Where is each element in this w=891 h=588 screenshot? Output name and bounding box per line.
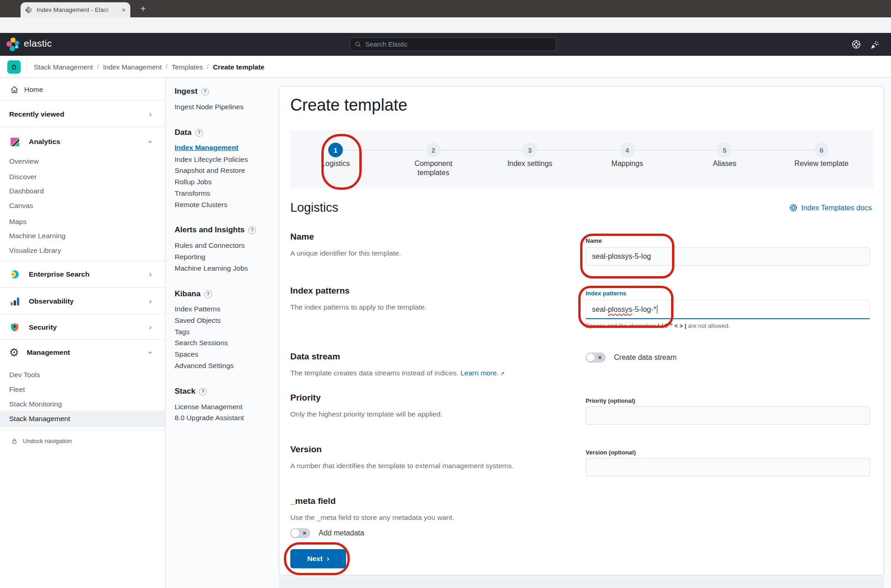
subnav-remote-clusters[interactable]: Remote Clusters — [175, 199, 227, 210]
subnav-machine-learning-jobs[interactable]: Machine Learning Jobs — [175, 263, 248, 274]
sidebar-group-analytics[interactable]: Analytics › — [0, 134, 165, 150]
docs-help-icon — [789, 203, 798, 212]
space-badge[interactable]: D — [7, 60, 21, 74]
sidebar-item-fleet[interactable]: Fleet — [9, 382, 25, 397]
question-icon[interactable]: ? — [195, 129, 203, 137]
step-wizard: 1 2 3 4 5 6 Logistics Component template… — [290, 130, 874, 188]
sidebar-group-observability[interactable]: Observability › — [0, 293, 165, 310]
toggle-label: Create data stream — [614, 353, 677, 362]
sidebar-item-canvas[interactable]: Canvas — [9, 198, 33, 213]
newsfeed-icon[interactable] — [870, 39, 880, 49]
subnav-saved-objects[interactable]: Saved Objects — [175, 315, 221, 326]
subnav-spaces[interactable]: Spaces — [175, 349, 198, 360]
subnav-index-management[interactable]: Index Management — [175, 142, 239, 153]
toggle-knob — [291, 529, 299, 537]
subnav-transforms[interactable]: Transforms — [175, 188, 210, 199]
name-field-label: Name — [586, 237, 602, 244]
next-button[interactable]: Next › — [290, 549, 346, 568]
card-footer-band — [279, 577, 884, 588]
sidebar-item-machine-learning[interactable]: Machine Learning — [9, 229, 65, 243]
subnav-section-title: Data — [175, 128, 192, 137]
undock-navigation[interactable]: Undock navigation — [0, 434, 165, 447]
sidebar-group-enterprise-search[interactable]: Enterprise Search › — [0, 266, 165, 283]
tab-favicon-elastic-icon — [25, 6, 33, 14]
name-input[interactable] — [586, 247, 870, 266]
new-tab-button[interactable]: + — [137, 3, 149, 15]
add-metadata-toggle-row: × Add metadata — [290, 528, 364, 538]
version-row-desc: A number that identifies the template to… — [290, 461, 514, 471]
breadcrumb-sep: / — [207, 63, 209, 70]
subnav-advanced-settings[interactable]: Advanced Settings — [175, 360, 234, 371]
patterns-row-title: Index patterns — [290, 286, 350, 296]
sidebar-item-label: Stack Management — [9, 415, 70, 423]
chevron-right-icon: › — [149, 110, 152, 119]
subnav-rollup-jobs[interactable]: Rollup Jobs — [175, 176, 212, 187]
subnav-reporting[interactable]: Reporting — [175, 251, 205, 262]
question-icon[interactable]: ? — [199, 388, 207, 396]
global-search[interactable] — [350, 37, 556, 51]
brand-name[interactable]: elastic — [24, 38, 52, 49]
sidebar-item-stack-monitoring[interactable]: Stack Monitoring — [9, 397, 62, 412]
question-icon[interactable]: ? — [204, 290, 212, 298]
subnav-rules-and-connectors[interactable]: Rules and Connectors — [175, 240, 245, 251]
patterns-field-label: Index patterns — [586, 290, 626, 297]
step-2-circle: 2 — [426, 143, 441, 157]
breadcrumb-templates[interactable]: Templates — [171, 63, 203, 71]
index-patterns-input[interactable]: seal-plossys-5-log-* — [586, 300, 870, 319]
security-icon — [9, 322, 20, 333]
sidebar-item-stack-management[interactable]: Stack Management — [0, 411, 165, 427]
subnav-snapshot-and-restore[interactable]: Snapshot and Restore — [175, 165, 245, 176]
text-caret — [657, 305, 658, 314]
breadcrumb-index-management[interactable]: Index Management — [103, 63, 161, 71]
sidebar-item-maps[interactable]: Maps — [9, 214, 27, 229]
step-1-circle[interactable]: 1 — [328, 143, 343, 157]
index-templates-docs-link[interactable]: Index Templates docs — [789, 203, 872, 212]
screen: Index Management - Elast × + ← → ⚠ Not s… — [0, 0, 891, 588]
browser-tabstrip: Index Management - Elast × + — [0, 0, 891, 17]
learn-more-link[interactable]: Learn more. — [460, 369, 499, 377]
sidebar-item-home[interactable]: Home — [0, 81, 165, 98]
subnav-index-patterns[interactable]: Index Patterns — [175, 304, 220, 315]
subnav-index-lifecycle-policies[interactable]: Index Lifecycle Policies — [175, 154, 248, 165]
sidebar-group-security[interactable]: Security › — [0, 319, 165, 336]
breadcrumb-sep: / — [97, 63, 99, 70]
priority-input[interactable] — [586, 406, 870, 425]
sidebar-item-discover[interactable]: Discover — [9, 170, 37, 184]
create-data-stream-toggle[interactable]: × — [586, 353, 606, 363]
chevron-right-icon: › — [149, 297, 152, 306]
subnav-ingest-node-pipelines[interactable]: Ingest Node Pipelines — [175, 102, 244, 112]
add-metadata-toggle[interactable]: × — [290, 528, 310, 538]
datastream-desc-text: The template creates data streams instea… — [290, 369, 459, 377]
subnav-tags[interactable]: Tags — [175, 326, 190, 337]
subnav-search-sessions[interactable]: Search Sessions — [175, 337, 228, 348]
sidebar-item-overview[interactable]: Overview — [9, 154, 39, 169]
question-icon[interactable]: ? — [201, 88, 209, 96]
datastream-row-desc: The template creates data streams instea… — [290, 368, 505, 379]
sidebar-item-visualize-library[interactable]: Visualize Library — [9, 243, 61, 258]
sidebar-group-label: Analytics — [29, 138, 60, 146]
step-3-circle: 3 — [523, 143, 537, 157]
helper-prefix: Spaces and the characters — [586, 322, 658, 329]
sidebar-item-dashboard[interactable]: Dashboard — [9, 184, 44, 198]
docs-link-label: Index Templates docs — [801, 204, 872, 212]
search-input[interactable] — [365, 41, 551, 48]
lock-icon — [11, 438, 18, 444]
meta-row-title: _meta field — [290, 496, 336, 506]
external-link-icon: ↗ — [500, 370, 505, 377]
subnav-license-management[interactable]: License Management — [175, 401, 242, 412]
patterns-helper-text: Spaces and the characters \ / ? " < > | … — [586, 322, 730, 329]
sidebar-item-dev-tools[interactable]: Dev Tools — [9, 368, 40, 382]
help-icon[interactable] — [851, 39, 861, 49]
breadcrumb-stack-management[interactable]: Stack Management — [34, 63, 93, 71]
browser-tab[interactable]: Index Management - Elast × — [21, 2, 130, 17]
sidebar-group-recently-viewed[interactable]: Recently viewed › — [0, 106, 165, 123]
chevron-right-icon: › — [149, 323, 152, 332]
version-input[interactable] — [586, 458, 870, 476]
elastic-logo — [6, 37, 20, 51]
subnav-upgrade-assistant[interactable]: 8.0 Upgrade Assistant — [175, 412, 244, 423]
question-icon[interactable]: ? — [248, 226, 256, 234]
tab-close-icon[interactable]: × — [122, 6, 126, 13]
subnav-section-stack: Stack ? — [175, 386, 207, 397]
subnav-section-title: Alerts and Insights — [175, 225, 245, 235]
sidebar-group-management[interactable]: ⚙ Management › — [0, 344, 165, 361]
